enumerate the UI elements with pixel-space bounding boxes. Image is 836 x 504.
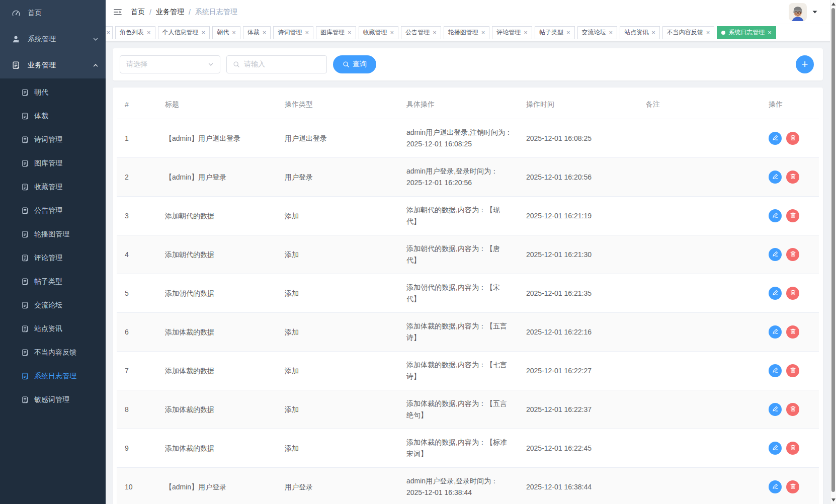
tab-11[interactable]: 帖子类型× [535,26,575,39]
add-button[interactable]: + [796,55,814,73]
edit-button[interactable] [769,132,782,145]
delete-button[interactable] [786,325,799,339]
tab-close-icon[interactable]: × [202,29,206,36]
tab-close-icon[interactable]: × [481,29,485,36]
tab-close-icon[interactable]: × [305,29,309,36]
sidebar-subitem-6[interactable]: 轮播图管理 [0,222,106,246]
tab-partial[interactable]: × [106,26,113,39]
tab-close-icon[interactable]: × [106,29,110,36]
content-area: 请选择 请输入 查询 [106,41,836,504]
edit-button[interactable] [769,442,782,455]
tab-12[interactable]: 交流论坛× [577,26,618,39]
tab-close-icon[interactable]: × [768,29,772,36]
tab-2[interactable]: 个人信息管理× [158,26,210,39]
tab-close-icon[interactable]: × [524,29,528,36]
sidebar-subitem-0[interactable]: 朝代 [0,80,106,104]
tab-4[interactable]: 体裁× [243,26,271,39]
delete-button[interactable] [786,403,799,416]
edit-button[interactable] [769,364,782,377]
filter-select[interactable]: 请选择 [120,55,220,73]
delete-button[interactable] [786,480,799,493]
tab-13[interactable]: 站点资讯× [620,26,660,39]
sidebar-subitem-11[interactable]: 不当内容反馈 [0,341,106,364]
tab-3[interactable]: 朝代× [212,26,240,39]
tab-close-icon[interactable]: × [147,29,151,36]
cell-actions [761,197,819,235]
delete-button[interactable] [786,209,799,222]
cell-actions [761,352,819,390]
avatar[interactable] [789,3,807,21]
tab-close-icon[interactable]: × [232,29,236,36]
sidebar-subitem-label: 系统日志管理 [34,372,99,381]
tab-close-icon[interactable]: × [566,29,570,36]
delete-button[interactable] [786,287,799,300]
dashboard-icon [12,9,21,18]
cell-index: 4 [117,235,157,274]
hamburger-icon[interactable] [113,7,123,17]
tab-14[interactable]: 不当内容反馈× [662,26,715,39]
edit-button[interactable] [769,171,782,184]
delete-button[interactable] [786,364,799,377]
scrollbar-down-arrow[interactable] [831,498,835,501]
sidebar-subitem-10[interactable]: 站点资讯 [0,317,106,341]
tab-close-icon[interactable]: × [390,29,394,36]
tab-15[interactable]: 系统日志管理× [717,26,776,39]
tab-close-icon[interactable]: × [651,29,655,36]
sidebar-subitem-4[interactable]: 收藏管理 [0,175,106,199]
cell-actions [761,468,819,504]
tab-close-icon[interactable]: × [433,29,437,36]
document-icon [21,349,29,357]
cell-remark [638,468,761,504]
sidebar-subitem-label: 站点资讯 [34,324,99,333]
tab-6[interactable]: 图库管理× [316,26,356,39]
sidebar-subitem-5[interactable]: 公告管理 [0,199,106,222]
edit-button[interactable] [769,480,782,493]
sidebar-item-system[interactable]: 系统管理 [0,26,106,52]
breadcrumb-home[interactable]: 首页 [131,8,145,17]
sidebar-top-group: 首页系统管理业务管理 [0,0,106,78]
sidebar-subitem-13[interactable]: 敏感词管理 [0,388,106,411]
search-button[interactable]: 查询 [333,55,376,73]
plus-icon: + [802,59,808,70]
sidebar-subitem-2[interactable]: 诗词管理 [0,128,106,151]
edit-button[interactable] [769,248,782,261]
edit-button[interactable] [769,325,782,339]
delete-button[interactable] [786,248,799,261]
cell-title: 添加朝代的数据 [157,274,277,313]
cell-actions [761,235,819,274]
tab-close-icon[interactable]: × [263,29,267,36]
edit-button[interactable] [769,209,782,222]
scrollbar-up-arrow[interactable] [831,3,835,6]
edit-button[interactable] [769,287,782,300]
sidebar-subitem-9[interactable]: 交流论坛 [0,293,106,317]
cell-time: 2025-12-01 16:21:19 [518,197,638,235]
tab-8[interactable]: 公告管理× [401,26,441,39]
tab-close-icon[interactable]: × [609,29,613,36]
table-row: 3添加朝代的数据添加添加朝代的数据,内容为：【现代】2025-12-01 16:… [117,197,819,235]
tab-close-icon[interactable]: × [706,29,710,36]
tab-10[interactable]: 评论管理× [492,26,532,39]
sidebar-subitem-7[interactable]: 评论管理 [0,246,106,270]
sidebar-subitem-3[interactable]: 图库管理 [0,151,106,175]
delete-button[interactable] [786,442,799,455]
caret-down-icon[interactable] [812,9,818,15]
scrollbar[interactable] [830,0,836,504]
top-navbar: 首页 / 业务管理 / 系统日志管理 [106,0,836,24]
delete-button[interactable] [786,171,799,184]
tab-1[interactable]: 角色列表× [115,26,155,39]
tab-5[interactable]: 诗词管理× [273,26,313,39]
sidebar-item-home[interactable]: 首页 [0,0,106,26]
tab-close-icon[interactable]: × [348,29,352,36]
search-input[interactable]: 请输入 [226,55,327,73]
scrollbar-thumb[interactable] [831,8,835,492]
sidebar-subitem-8[interactable]: 帖子类型 [0,270,106,293]
tab-7[interactable]: 收藏管理× [359,26,399,39]
cell-op-type: 添加 [277,390,398,429]
cell-index: 10 [117,468,157,504]
sidebar-subitem-12[interactable]: 系统日志管理 [0,364,106,388]
sidebar-subitem-1[interactable]: 体裁 [0,104,106,128]
delete-button[interactable] [786,132,799,145]
sidebar-item-business[interactable]: 业务管理 [0,52,106,78]
edit-button[interactable] [769,403,782,416]
tab-9[interactable]: 轮播图管理× [444,26,490,39]
